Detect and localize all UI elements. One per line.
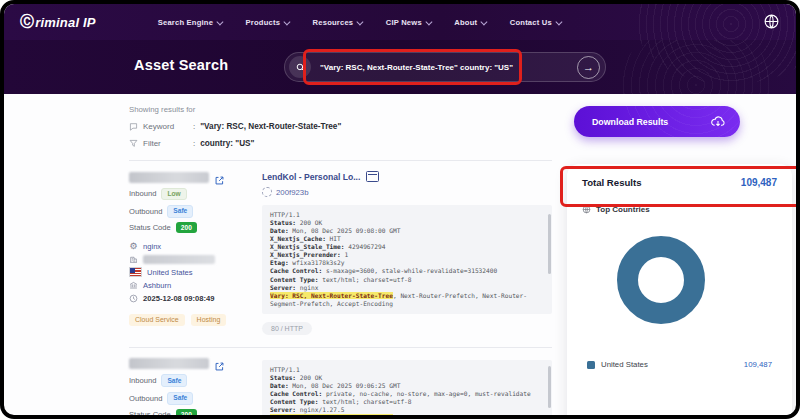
port-protocol-badge[interactable]: 80 / HTTP	[262, 322, 312, 335]
page-window-icon[interactable]	[366, 171, 379, 182]
total-results-value: 109,487	[741, 177, 777, 188]
favicon-hash[interactable]: 200f923b	[276, 188, 309, 197]
search-input[interactable]: "Vary: RSC, Next-Router-State-Tree" coun…	[320, 63, 577, 72]
legend-country-label: United States	[601, 360, 648, 369]
result-1-summary: InboundLow OutboundSafe Status Code200 ⚙…	[129, 171, 262, 335]
status-code-badge: 200	[176, 409, 197, 419]
result-2-detail: HTTP/1.1Status: 200 OKDate: Mon, 08 Dec …	[262, 358, 552, 419]
keyword-value: "Vary: RSC, Next-Router-State-Tree"	[200, 122, 341, 131]
redacted-ip	[129, 358, 209, 369]
us-flag-icon	[129, 267, 142, 277]
globe-icon	[582, 205, 591, 214]
page-title: Asset Search	[134, 57, 228, 73]
external-link-icon[interactable]	[214, 358, 225, 369]
highlighted-vary-header: Vary: RSC, Next-Router-State-Tree	[270, 414, 393, 419]
filter-label: Filter	[143, 139, 185, 148]
http-banner-1: HTTP/1.1Status: 200 OKDate: Mon, 08 Dec …	[262, 205, 552, 314]
top-navigation: Ⓒ riminal IP Search EngineProductsResour…	[4, 4, 796, 40]
showing-results-heading: Showing results for	[129, 105, 552, 114]
outbound-label: Outbound	[129, 207, 162, 216]
total-results-row: Total Results 109,487	[582, 177, 777, 188]
status-code-badge: 200	[176, 222, 197, 233]
filter-funnel-icon	[129, 139, 138, 148]
keyword-label: Keyword	[143, 122, 185, 131]
nav-item-cip-news[interactable]: CIP News	[386, 18, 431, 27]
result-title-link[interactable]: LendKol - Personal Lo...	[262, 172, 360, 182]
result-1-detail: LendKol - Personal Lo... 200f923b HTTP/1…	[262, 171, 552, 335]
inbound-label: Inbound	[129, 376, 156, 385]
asset-search-header: Asset Search "Vary: RSC, Next-Router-Sta…	[4, 40, 796, 94]
screenshot-frame: Ⓒ riminal IP Search EngineProductsResour…	[0, 0, 800, 419]
colon: :	[193, 122, 195, 131]
highlighted-vary-header: Vary: RSC, Next-Router-State-Tree	[270, 292, 393, 299]
outbound-badge: Safe	[167, 205, 193, 218]
inbound-badge: Safe	[161, 374, 187, 387]
divider	[129, 347, 552, 348]
top-countries-row: Top Countries	[582, 205, 777, 214]
legend-swatch	[587, 361, 595, 369]
nav-item-contact-us[interactable]: Contact Us	[510, 18, 561, 27]
legend-item: United States109,487	[582, 360, 777, 369]
total-results-label: Total Results	[582, 177, 642, 188]
favicon-hash-icon	[262, 187, 272, 197]
redacted-organization	[143, 255, 215, 264]
colon: :	[193, 139, 195, 148]
nav-item-resources[interactable]: Resources	[313, 18, 362, 27]
nav-item-products[interactable]: Products	[246, 18, 289, 27]
http-banner-2: HTTP/1.1Status: 200 OKDate: Mon, 08 Dec …	[262, 360, 552, 419]
top-countries-donut-chart	[617, 236, 705, 324]
status-code-label: Status Code	[129, 223, 171, 232]
tag-hosting[interactable]: Hosting	[191, 314, 227, 326]
total-results-card: Total Results 109,487 Top Countries Unit…	[567, 164, 792, 419]
server-gear-icon: ⚙	[129, 242, 138, 251]
clock-icon	[129, 294, 138, 303]
result-2-summary: InboundSafe OutboundSafe Status Code200 …	[129, 358, 262, 419]
chart-legend: United States109,487	[582, 360, 777, 369]
asset-tags: Cloud ServiceHosting	[129, 314, 262, 326]
city-name[interactable]: Ashburn	[143, 281, 171, 290]
divider	[129, 160, 552, 161]
inbound-label: Inbound	[129, 189, 156, 198]
scan-timestamp: 2025-12-08 09:08:49	[143, 294, 214, 303]
filter-row: Filter : country: "US"	[129, 139, 552, 148]
keyword-row: Keyword : "Vary: RSC, Next-Router-State-…	[129, 122, 552, 131]
tag-cloud-service[interactable]: Cloud Service	[129, 314, 185, 326]
nav-item-about[interactable]: About	[454, 18, 485, 27]
logo-text: riminal IP	[35, 15, 96, 30]
nav-item-search-engine[interactable]: Search Engine	[158, 18, 222, 27]
keyword-bubble-icon	[129, 122, 138, 131]
nav-menu: Search EngineProductsResourcesCIP NewsAb…	[158, 18, 561, 27]
logo-c-icon: Ⓒ	[20, 13, 34, 31]
results-column: Showing results for Keyword : "Vary: RSC…	[129, 94, 552, 419]
asset-search-bar[interactable]: "Vary: RSC, Next-Router-State-Tree" coun…	[284, 52, 606, 82]
redacted-ip	[129, 172, 209, 183]
search-submit-button[interactable]: →	[577, 56, 600, 79]
inbound-badge: Low	[161, 188, 186, 201]
search-icon[interactable]	[289, 56, 311, 78]
language-globe-icon[interactable]	[763, 13, 780, 30]
status-code-label: Status Code	[129, 410, 171, 419]
filter-value: country: "US"	[200, 139, 254, 148]
city-bank-icon	[129, 281, 138, 290]
country-name[interactable]: United States	[147, 268, 193, 277]
result-item-2: InboundSafe OutboundSafe Status Code200 …	[129, 358, 552, 419]
legend-country-value: 109,487	[744, 360, 772, 369]
organization-icon	[129, 255, 138, 264]
server-name[interactable]: nginx	[143, 242, 161, 251]
criminal-ip-logo[interactable]: Ⓒ riminal IP	[20, 13, 96, 31]
outbound-label: Outbound	[129, 394, 162, 403]
result-item-1: InboundLow OutboundSafe Status Code200 ⚙…	[129, 171, 552, 335]
external-link-icon[interactable]	[214, 172, 225, 183]
top-countries-label: Top Countries	[596, 205, 650, 214]
outbound-badge: Safe	[167, 392, 193, 405]
